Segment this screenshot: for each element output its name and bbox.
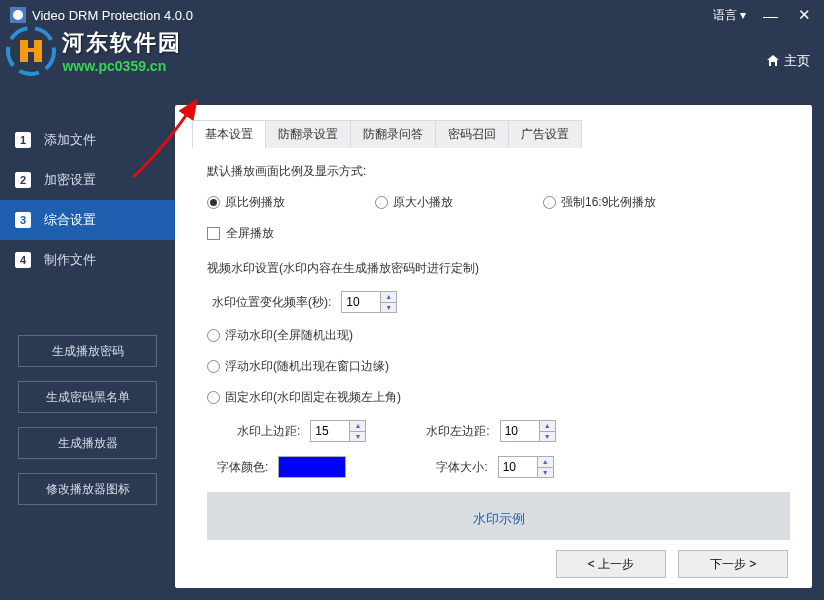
prev-button[interactable]: < 上一步: [556, 550, 666, 578]
pos-freq-spinner[interactable]: ▲▼: [341, 291, 397, 313]
step-general[interactable]: 3综合设置: [0, 200, 175, 240]
spin-down-icon[interactable]: ▼: [540, 432, 555, 442]
font-size-spinner[interactable]: ▲▼: [498, 456, 554, 478]
tab-ad[interactable]: 广告设置: [508, 120, 582, 148]
margin-left-label: 水印左边距:: [426, 423, 489, 440]
spin-up-icon[interactable]: ▲: [540, 421, 555, 432]
margin-top-input[interactable]: [311, 421, 349, 441]
pos-freq-input[interactable]: [342, 292, 380, 312]
svg-point-1: [13, 10, 23, 20]
spin-up-icon[interactable]: ▲: [538, 457, 553, 468]
spin-up-icon[interactable]: ▲: [381, 292, 396, 303]
font-color-label: 字体颜色:: [217, 459, 268, 476]
tab-basic[interactable]: 基本设置: [192, 120, 266, 149]
radio-169[interactable]: 强制16:9比例播放: [543, 194, 656, 211]
margin-top-spinner[interactable]: ▲▼: [310, 420, 366, 442]
app-icon: [10, 7, 26, 23]
gen-player-button[interactable]: 生成播放器: [18, 427, 157, 459]
sidebar: 1添加文件 2加密设置 3综合设置 4制作文件 生成播放密码 生成密码黑名单 生…: [0, 105, 175, 588]
language-dropdown[interactable]: 语言 ▾: [713, 7, 746, 24]
minimize-button[interactable]: —: [760, 7, 781, 24]
home-link[interactable]: 主页: [766, 52, 810, 70]
chevron-down-icon: ▾: [740, 8, 746, 22]
step-encrypt[interactable]: 2加密设置: [0, 160, 175, 200]
titlebar: Video DRM Protection 4.0.0 语言 ▾ — ✕: [0, 0, 824, 30]
step-add-files[interactable]: 1添加文件: [0, 120, 175, 160]
radio-fixed[interactable]: 固定水印(水印固定在视频左上角): [207, 389, 401, 406]
radio-original-ratio[interactable]: 原比例播放: [207, 194, 285, 211]
gen-blacklist-button[interactable]: 生成密码黑名单: [18, 381, 157, 413]
pos-freq-label: 水印位置变化频率(秒):: [212, 294, 331, 311]
margin-left-input[interactable]: [501, 421, 539, 441]
home-icon: [766, 54, 780, 68]
font-size-label: 字体大小:: [436, 459, 487, 476]
checkbox-fullscreen[interactable]: 全屏播放: [207, 225, 790, 242]
font-size-input[interactable]: [499, 457, 537, 477]
step-build[interactable]: 4制作文件: [0, 240, 175, 280]
spin-down-icon[interactable]: ▼: [538, 468, 553, 478]
play-ratio-label: 默认播放画面比例及显示方式:: [207, 163, 790, 180]
spin-down-icon[interactable]: ▼: [350, 432, 365, 442]
spin-up-icon[interactable]: ▲: [350, 421, 365, 432]
tab-pwd-recall[interactable]: 密码召回: [435, 120, 509, 148]
spin-down-icon[interactable]: ▼: [381, 303, 396, 313]
font-color-picker[interactable]: [278, 456, 346, 478]
watermark-section-label: 视频水印设置(水印内容在生成播放密码时进行定制): [207, 260, 790, 277]
watermark-example: 水印示例: [207, 492, 790, 540]
radio-float-edge[interactable]: 浮动水印(随机出现在窗口边缘): [207, 358, 389, 375]
close-button[interactable]: ✕: [795, 6, 814, 24]
modify-icon-button[interactable]: 修改播放器图标: [18, 473, 157, 505]
settings-panel: 基本设置 防翻录设置 防翻录问答 密码召回 广告设置 默认播放画面比例及显示方式…: [175, 105, 812, 588]
title-text: Video DRM Protection 4.0.0: [32, 8, 713, 23]
tab-anti-record[interactable]: 防翻录设置: [265, 120, 351, 148]
tabs: 基本设置 防翻录设置 防翻录问答 密码召回 广告设置: [192, 120, 800, 149]
radio-original-size[interactable]: 原大小播放: [375, 194, 453, 211]
tab-anti-qa[interactable]: 防翻录问答: [350, 120, 436, 148]
next-button[interactable]: 下一步 >: [678, 550, 788, 578]
gen-password-button[interactable]: 生成播放密码: [18, 335, 157, 367]
margin-top-label: 水印上边距:: [237, 423, 300, 440]
margin-left-spinner[interactable]: ▲▼: [500, 420, 556, 442]
radio-float-full[interactable]: 浮动水印(全屏随机出现): [207, 327, 353, 344]
